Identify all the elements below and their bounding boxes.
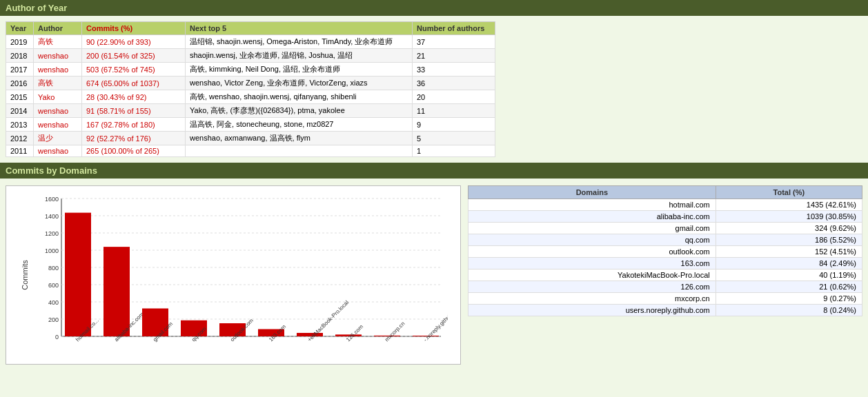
author-table-row: 2015Yako28 (30.43% of 92)高铁, wenshao, sh…: [6, 90, 495, 104]
author-table-cell: Yako, 高铁, (李彦慧)({026834}), ptma, yakolee: [186, 104, 413, 118]
domain-table-row: YakotekiMacBook-Pro.local40 (1.19%): [468, 269, 862, 281]
author-table-cell: 21: [413, 49, 495, 63]
domain-table-cell: 1039 (30.85%): [716, 211, 862, 223]
commits-by-domains-header: Commits by Domains: [0, 163, 868, 179]
domain-table-header-row: Domains Total (%): [468, 186, 862, 199]
author-table-cell: 2019: [6, 35, 34, 49]
col-nexttop5: Next top 5: [186, 22, 413, 35]
domain-table-cell: 84 (2.49%): [716, 258, 862, 269]
author-table-cell: 温高铁, 阿金, stonecheung, stone, mz0827: [186, 118, 413, 132]
domain-table-cell: mxcorp.cn: [468, 293, 716, 305]
author-of-year-title: Author of Year: [6, 3, 67, 13]
author-table-cell: 90 (22.90% of 393): [82, 35, 186, 49]
domains-content: Commits 02004006008001000120014001600hot…: [0, 181, 868, 369]
author-table-cell: wenshao: [34, 49, 82, 63]
author-of-year-section: Author of Year Year Author Commits (%) N…: [0, 0, 868, 163]
author-table-cell: 2014: [6, 104, 34, 118]
svg-rect-20: [65, 213, 91, 336]
author-table: Year Author Commits (%) Next top 5 Numbe…: [6, 21, 495, 157]
domain-table-cell: outlook.com: [468, 246, 716, 258]
domain-table-row: alibaba-inc.com1039 (30.85%): [468, 211, 862, 223]
commits-by-domains-section: Commits by Domains Commits 0200400600800…: [0, 163, 868, 369]
domain-table-cell: 8 (0.24%): [716, 305, 862, 316]
author-table-cell: wenshao: [34, 63, 82, 77]
svg-text:1400: 1400: [45, 213, 59, 220]
svg-text:1000: 1000: [45, 247, 59, 254]
author-table-cell: Yako: [34, 90, 82, 104]
col-year: Year: [6, 22, 34, 35]
author-table-cell: wenshao, Victor Zeng, 业余布道师, VictorZeng,…: [186, 77, 413, 90]
svg-text:mxcorp.cn: mxcorp.cn: [384, 320, 406, 343]
domain-table-cell: 152 (4.51%): [716, 246, 862, 258]
svg-text:600: 600: [48, 282, 59, 289]
domain-table-cell: 9 (0.27%): [716, 293, 862, 305]
domain-table-row: 126.com21 (0.62%): [468, 281, 862, 293]
domain-table-cell: 324 (9.62%): [716, 223, 862, 234]
author-table-cell: 11: [413, 104, 495, 118]
author-table-cell: 高铁, kimmking, Neil Dong, 温绍, 业余布道师: [186, 63, 413, 77]
domain-table-row: mxcorp.cn9 (0.27%): [468, 293, 862, 305]
author-table-row: 2018wenshao200 (61.54% of 325)shaojin.we…: [6, 49, 495, 63]
author-table-cell: 200 (61.54% of 325): [82, 49, 186, 63]
author-table-cell: wenshao: [34, 118, 82, 132]
author-table-cell: 温绍锦, shaojin.wensj, Omega-Ariston, TimAn…: [186, 35, 413, 49]
author-table-body: 2019高铁90 (22.90% of 393)温绍锦, shaojin.wen…: [6, 35, 495, 157]
svg-text:126.com: 126.com: [345, 323, 364, 343]
author-table-cell: 36: [413, 77, 495, 90]
author-table-cell: 温少: [34, 132, 82, 145]
domain-table-cell: gmail.com: [468, 223, 716, 234]
author-table-cell: 高铁: [34, 77, 82, 90]
svg-text:1200: 1200: [45, 230, 59, 237]
author-table-cell: 265 (100.00% of 265): [82, 145, 186, 157]
author-table-cell: [186, 145, 413, 157]
col-domains: Domains: [468, 186, 716, 199]
author-table-header-row: Year Author Commits (%) Next top 5 Numbe…: [6, 22, 495, 35]
svg-text:1600: 1600: [45, 196, 59, 203]
author-table-cell: 2016: [6, 77, 34, 90]
domain-table-row: hotmail.com1435 (42.61%): [468, 199, 862, 211]
author-table-cell: 2015: [6, 90, 34, 104]
svg-rect-22: [103, 247, 130, 336]
author-table-row: 2017wenshao503 (67.52% of 745)高铁, kimmki…: [6, 63, 495, 77]
author-table-cell: 高铁: [34, 35, 82, 49]
domain-table-cell: users.noreply.github.com: [468, 305, 716, 316]
svg-text:-.noreply.github.co...: -.noreply.github.co...: [422, 303, 448, 343]
author-table-cell: 2013: [6, 118, 34, 132]
author-table-row: 2019高铁90 (22.90% of 393)温绍锦, shaojin.wen…: [6, 35, 495, 49]
author-table-row: 2012温少92 (52.27% of 176)wenshao, axmanwa…: [6, 132, 495, 145]
domain-table-row: gmail.com324 (9.62%): [468, 223, 862, 234]
domain-table-cell: 163.com: [468, 258, 716, 269]
author-table-cell: 33: [413, 63, 495, 77]
domain-table-row: qq.com186 (5.52%): [468, 234, 862, 246]
author-table-cell: 2018: [6, 49, 34, 63]
author-table-cell: 1: [413, 145, 495, 157]
author-table-cell: 167 (92.78% of 180): [82, 118, 186, 132]
author-table-cell: 674 (65.00% of 1037): [82, 77, 186, 90]
author-table-cell: 28 (30.43% of 92): [82, 90, 186, 104]
chart-area: Commits 02004006008001000120014001600hot…: [34, 192, 455, 358]
bar-chart-svg: 02004006008001000120014001600hotmail.co.…: [34, 192, 448, 357]
svg-text:200: 200: [48, 316, 59, 323]
svg-text:400: 400: [48, 299, 59, 306]
author-table-cell: 20: [413, 90, 495, 104]
author-table-row: 2014wenshao91 (58.71% of 155)Yako, 高铁, (…: [6, 104, 495, 118]
svg-text:0: 0: [55, 334, 59, 340]
author-table-cell: 2011: [6, 145, 34, 157]
domain-table-cell: YakotekiMacBook-Pro.local: [468, 269, 716, 281]
author-table-cell: wenshao: [34, 145, 82, 157]
domain-table-cell: 1435 (42.61%): [716, 199, 862, 211]
author-table-cell: wenshao: [34, 104, 82, 118]
author-table-cell: wenshao, axmanwang, 温高铁, flym: [186, 132, 413, 145]
author-table-cell: 91 (58.71% of 155): [82, 104, 186, 118]
domain-table-cell: hotmail.com: [468, 199, 716, 211]
domain-table: Domains Total (%) hotmail.com1435 (42.61…: [468, 185, 862, 316]
col-commits: Commits (%): [82, 22, 186, 35]
author-table-cell: 高铁, wenshao, shaojin.wensj, qifanyang, s…: [186, 90, 413, 104]
author-table-cell: 37: [413, 35, 495, 49]
author-table-cell: 92 (52.27% of 176): [82, 132, 186, 145]
author-table-row: 2016高铁674 (65.00% of 1037)wenshao, Victo…: [6, 77, 495, 90]
domain-table-cell: 21 (0.62%): [716, 281, 862, 293]
bar-chart: Commits 02004006008001000120014001600hot…: [6, 185, 461, 365]
domain-table-body: hotmail.com1435 (42.61%)alibaba-inc.com1…: [468, 199, 862, 316]
domain-table-cell: qq.com: [468, 234, 716, 246]
